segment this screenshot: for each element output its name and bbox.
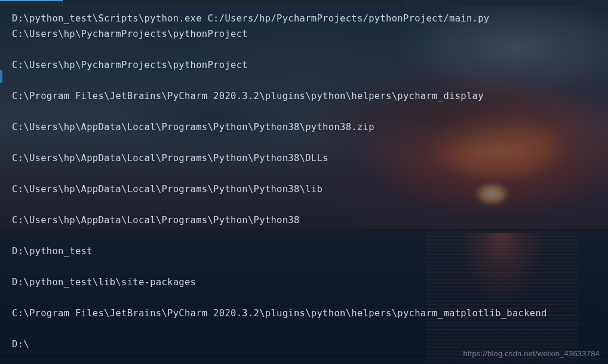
gutter-marker[interactable] [0, 70, 2, 83]
blank-line [12, 228, 602, 243]
blank-line [12, 197, 602, 212]
blank-line [12, 135, 602, 150]
active-tab-indicator [0, 0, 63, 1]
blank-line [12, 104, 602, 119]
output-line: D:\python_test\Scripts\python.exe C:/Use… [12, 11, 602, 26]
blank-line [12, 166, 602, 181]
output-line: C:\Users\hp\PycharmProjects\pythonProjec… [12, 57, 602, 73]
tab-bar [0, 0, 608, 6]
output-line: C:\Users\hp\AppData\Local\Programs\Pytho… [12, 119, 602, 135]
output-line: C:\Users\hp\AppData\Local\Programs\Pytho… [12, 212, 602, 228]
console-output[interactable]: D:\python_test\Scripts\python.exe C:/Use… [12, 11, 602, 352]
blank-line [12, 321, 602, 337]
blank-line [12, 290, 602, 306]
blank-line [12, 73, 602, 88]
blank-line [12, 259, 602, 274]
output-line: C:\Users\hp\AppData\Local\Programs\Pytho… [12, 150, 602, 166]
blank-line [12, 42, 602, 57]
output-line: C:\Users\hp\AppData\Local\Programs\Pytho… [12, 181, 602, 197]
output-line: C:\Program Files\JetBrains\PyCharm 2020.… [12, 88, 602, 104]
output-line: C:\Program Files\JetBrains\PyCharm 2020.… [12, 306, 602, 321]
output-line: D:\python_test\lib\site-packages [12, 274, 602, 290]
watermark: https://blog.csdn.net/weixin_43633784 [463, 349, 600, 358]
output-line: C:\Users\hp\PycharmProjects\pythonProjec… [12, 26, 602, 42]
output-line: D:\python_test [12, 243, 602, 259]
inactive-tab[interactable] [406, 0, 608, 6]
